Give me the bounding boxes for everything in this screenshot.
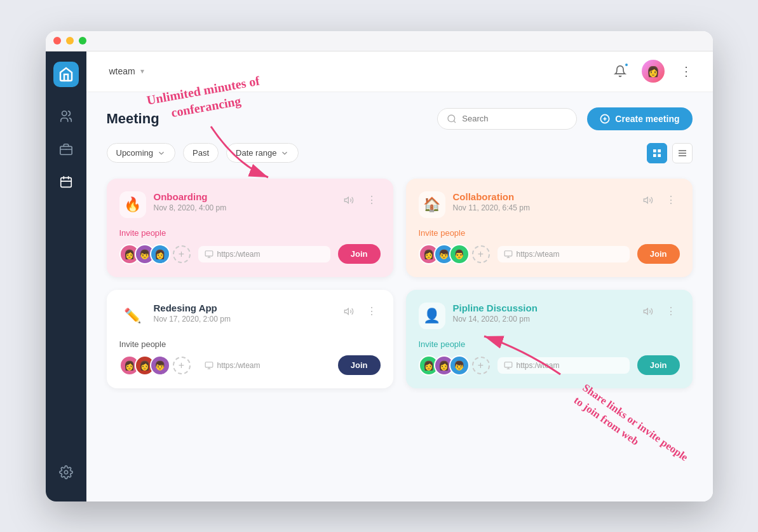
chevron-down-icon-2	[280, 149, 289, 158]
card-header-collaboration: 🏠 Collaboration Nov 11, 2020, 6:45 pm ⋮	[419, 191, 680, 218]
card-header-onboarding: 🔥 Onboarding Nov 8, 2020, 4:00 pm ⋮	[119, 191, 381, 218]
user-avatar[interactable]: 👩	[642, 60, 665, 83]
link-icon-4	[504, 361, 513, 370]
filter-date-range[interactable]: Date range	[226, 143, 299, 163]
chevron-icon: ▾	[140, 67, 144, 76]
search-input[interactable]	[462, 114, 564, 123]
app-window: wteam ▾ 👩 ⋮	[46, 31, 713, 501]
more-options-pipline[interactable]: ⋮	[662, 303, 680, 320]
list-view-button[interactable]	[672, 143, 693, 163]
grid-icon	[652, 148, 662, 158]
app-layout: wteam ▾ 👩 ⋮	[46, 51, 713, 501]
meeting-card-collaboration: 🏠 Collaboration Nov 11, 2020, 6:45 pm ⋮	[406, 179, 693, 277]
card-actions-onboarding: ⋮	[340, 191, 381, 209]
svg-point-0	[62, 111, 66, 115]
link-icon	[205, 250, 213, 259]
meeting-link-collaboration: https:/wteam	[497, 246, 630, 263]
svg-rect-23	[504, 250, 512, 256]
card-icon-pipline: 👤	[419, 303, 445, 329]
sidebar-item-people[interactable]	[52, 102, 80, 130]
card-actions-redesing: ⋮	[340, 303, 381, 320]
card-icon-onboarding: 🔥	[119, 191, 146, 218]
mute-button-onboarding[interactable]	[340, 191, 358, 209]
add-avatar-button-red[interactable]: +	[173, 357, 191, 374]
card-info-pipline: Pipline Discussion Nov 14, 2020, 2:00 pm	[453, 303, 632, 324]
join-button-pipline[interactable]: Join	[637, 355, 680, 375]
plus-icon	[600, 114, 610, 124]
more-options-button[interactable]: ⋮	[675, 61, 698, 81]
join-button-collaboration[interactable]: Join	[637, 244, 680, 264]
card-title-collaboration: Collaboration	[453, 191, 632, 202]
sidebar-item-settings[interactable]	[52, 458, 80, 486]
search-bar	[437, 108, 577, 130]
maximize-dot[interactable]	[79, 37, 86, 44]
link-icon-3	[205, 361, 213, 370]
join-button-redesing[interactable]: Join	[338, 355, 381, 375]
svg-rect-1	[60, 146, 71, 154]
card-icon-collaboration: 🏠	[419, 191, 445, 218]
chevron-down-icon	[157, 149, 166, 158]
card-title-pipline: Pipline Discussion	[453, 303, 632, 313]
more-options-redesing[interactable]: ⋮	[363, 303, 381, 320]
avatars-pipline: 👩 👩 👦 +	[419, 355, 490, 376]
mute-button-redesing[interactable]	[340, 303, 358, 320]
svg-rect-25	[205, 362, 213, 367]
link-text-redesing: https:/wteam	[217, 361, 261, 370]
create-meeting-button[interactable]: Create meeting	[587, 107, 692, 130]
top-bar-actions: 👩 ⋮	[609, 60, 698, 83]
svg-marker-26	[644, 308, 647, 314]
main-content: wteam ▾ 👩 ⋮	[86, 51, 713, 501]
more-options-onboarding[interactable]: ⋮	[363, 191, 381, 209]
minimize-dot[interactable]	[66, 37, 74, 44]
page-title: Meeting	[107, 111, 428, 127]
list-icon	[677, 148, 687, 158]
app-logo[interactable]	[53, 62, 79, 87]
sidebar-item-briefcase[interactable]	[52, 135, 80, 163]
card-info-redesing: Redesing App Nov 17, 2020, 2:00 pm	[154, 303, 332, 324]
avatars-redesing: 👩 👩 👦 +	[119, 355, 191, 376]
close-dot[interactable]	[53, 37, 61, 44]
card-header-pipline: 👤 Pipline Discussion Nov 14, 2020, 2:00 …	[419, 303, 680, 329]
card-date-collaboration: Nov 11, 2020, 6:45 pm	[453, 203, 632, 212]
card-actions-collaboration: ⋮	[639, 191, 680, 209]
workspace-selector[interactable]: wteam ▾	[102, 62, 152, 80]
svg-rect-13	[653, 149, 656, 153]
filter-past[interactable]: Past	[183, 143, 219, 163]
card-date-onboarding: Nov 8, 2020, 4:00 pm	[154, 203, 332, 212]
filter-upcoming[interactable]: Upcoming	[107, 143, 176, 163]
view-toggle	[647, 143, 693, 163]
invite-label-onboarding: Invite people	[119, 228, 381, 238]
notifications-button[interactable]	[609, 60, 632, 83]
add-avatar-button-pip[interactable]: +	[472, 357, 490, 374]
svg-rect-21	[205, 250, 213, 256]
meeting-grid: 🔥 Onboarding Nov 8, 2020, 4:00 pm ⋮	[107, 179, 693, 388]
meeting-card-redesing: ✏️ Redesing App Nov 17, 2020, 2:00 pm ⋮	[107, 290, 393, 388]
meeting-link-pipline: https:/wteam	[497, 357, 630, 374]
mute-button-collaboration[interactable]	[639, 191, 657, 209]
mute-button-pipline[interactable]	[639, 303, 657, 320]
card-icon-redesing: ✏️	[119, 303, 146, 329]
svg-rect-27	[504, 362, 512, 367]
svg-marker-22	[644, 197, 647, 203]
link-text-collaboration: https:/wteam	[517, 250, 560, 259]
avatar-3: 👨	[449, 244, 470, 264]
avatar-r3: 👦	[150, 355, 170, 376]
card-info-onboarding: Onboarding Nov 8, 2020, 4:00 pm	[154, 191, 332, 212]
filters-row: Upcoming Past Date range	[107, 143, 693, 163]
link-icon-2	[504, 250, 513, 259]
add-avatar-button-col[interactable]: +	[472, 245, 490, 263]
sidebar-item-meeting[interactable]	[52, 168, 80, 196]
more-options-collaboration[interactable]: ⋮	[662, 191, 680, 209]
card-footer-collaboration: 👩 👦 👨 + https:/wteam Join	[419, 244, 680, 264]
join-button-onboarding[interactable]: Join	[338, 244, 381, 264]
svg-rect-14	[658, 149, 661, 153]
grid-view-button[interactable]	[647, 143, 667, 163]
add-avatar-button[interactable]: +	[173, 245, 191, 263]
avatars-collaboration: 👩 👦 👨 +	[419, 244, 490, 264]
notification-badge	[624, 62, 629, 67]
avatars-onboarding: 👩 👦 👩 +	[119, 244, 191, 264]
search-icon	[447, 114, 457, 124]
card-date-redesing: Nov 17, 2020, 2:00 pm	[154, 315, 332, 324]
filter-past-label: Past	[193, 148, 209, 158]
card-title-redesing: Redesing App	[154, 303, 332, 313]
